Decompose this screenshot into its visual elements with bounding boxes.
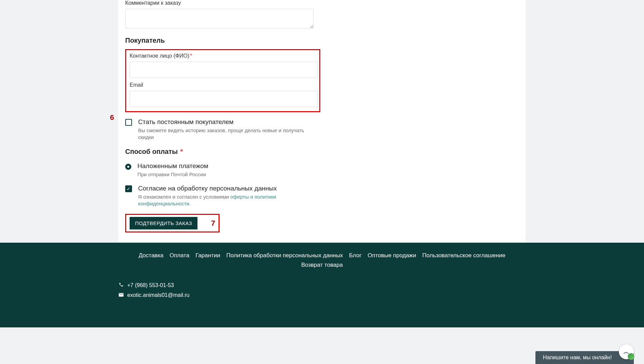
contact-name-input[interactable] xyxy=(130,62,318,78)
annotation-box-6: 6 Контактное лицо (ФИО)* Email xyxy=(125,49,320,112)
required-asterisk: * xyxy=(190,53,192,59)
email-input[interactable] xyxy=(130,91,318,107)
become-regular-title: Стать постоянным покупателем xyxy=(138,118,308,126)
footer: Доставка Оплата Гарантии Политика обрабо… xyxy=(0,243,644,327)
become-regular-desc: Вы сможете видеть историю заказов, проще… xyxy=(138,127,308,141)
consent-prefix: Я ознакомлен и согласен с условиями xyxy=(138,194,230,200)
contact-name-label: Контактное лицо (ФИО)* xyxy=(130,53,316,59)
consent-suffix: . xyxy=(189,201,191,206)
become-regular-checkbox[interactable] xyxy=(125,119,132,126)
email-label: Email xyxy=(130,82,316,88)
annotation-box-7: ПОДТВЕРДИТЬ ЗАКАЗ 7 xyxy=(125,214,220,232)
buyer-heading: Покупатель xyxy=(125,37,320,44)
footer-links: Доставка Оплата Гарантии Политика обрабо… xyxy=(118,252,526,268)
annotation-number-6: 6 xyxy=(110,113,114,122)
payment-heading-text: Способ оплаты xyxy=(125,148,178,155)
phone-icon xyxy=(118,281,124,290)
footer-link-wholesale[interactable]: Оптовые продажи xyxy=(368,252,416,259)
required-asterisk: * xyxy=(180,148,183,155)
footer-link-blog[interactable]: Блог xyxy=(349,252,362,259)
comments-input[interactable] xyxy=(125,9,314,28)
submit-order-button[interactable]: ПОДТВЕРДИТЬ ЗАКАЗ xyxy=(130,217,197,229)
check-icon: ✓ xyxy=(127,186,131,191)
footer-email[interactable]: exotic.animals01@mail.ru xyxy=(127,290,189,300)
footer-link-payment[interactable]: Оплата xyxy=(170,252,189,259)
comments-label: Комментарии к заказу xyxy=(125,0,320,6)
footer-link-warranty[interactable]: Гарантии xyxy=(195,252,220,259)
payment-cod-title: Наложенным платежом xyxy=(137,162,208,170)
consent-checkbox[interactable]: ✓ xyxy=(125,185,132,192)
footer-link-returns[interactable]: Возврат товара xyxy=(301,262,343,268)
mail-icon xyxy=(118,290,124,300)
payment-heading: Способ оплаты * xyxy=(125,148,320,156)
consent-title: Согласие на обработку персональных данны… xyxy=(138,185,308,192)
footer-link-privacy[interactable]: Политика обработки персональных данных xyxy=(226,252,343,259)
payment-cod-radio[interactable] xyxy=(125,164,131,170)
footer-link-agreement[interactable]: Пользовательское соглашение xyxy=(422,252,505,259)
footer-phone[interactable]: +7 (968) 553-01-53 xyxy=(127,281,174,290)
radio-dot-icon xyxy=(127,166,129,168)
payment-cod-desc: При отправки Почтой России xyxy=(137,171,208,178)
annotation-number-7: 7 xyxy=(211,219,215,228)
contact-name-label-text: Контактное лицо (ФИО) xyxy=(130,53,189,59)
consent-desc: Я ознакомлен и согласен с условиями офер… xyxy=(138,194,308,207)
footer-link-delivery[interactable]: Доставка xyxy=(139,252,164,259)
